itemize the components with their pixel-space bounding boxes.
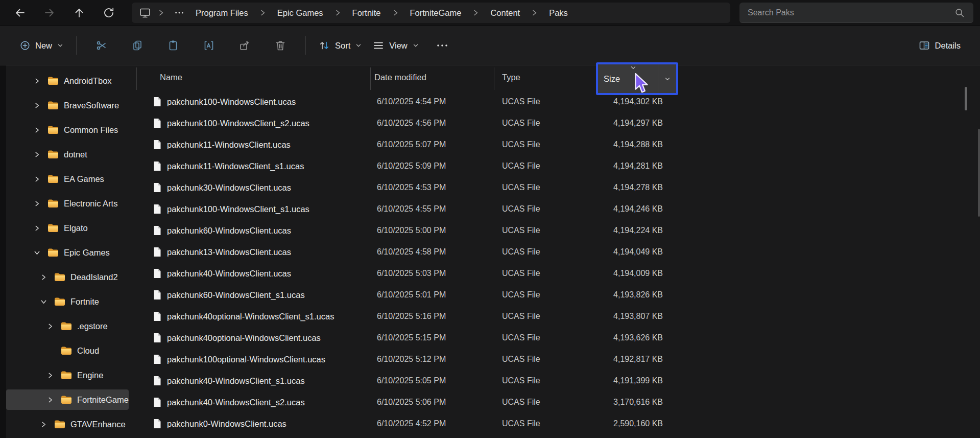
chevron-right-icon[interactable] [33,200,40,207]
column-header-type[interactable]: Type [502,73,520,82]
sidebar-item-dotnet[interactable]: dotnet [6,144,129,165]
search-input[interactable] [748,8,954,17]
details-pane-button[interactable]: Details [913,35,966,56]
sidebar-item-bravesoftware[interactable]: BraveSoftware [6,95,129,116]
size-header-filter-button[interactable] [658,64,676,93]
sidebar-item-gtavenhance[interactable]: GTAVEnhance [6,414,129,434]
sidebar-item-common-files[interactable]: Common Files [6,120,129,140]
chevron-right-icon[interactable] [46,396,54,403]
breadcrumb-item-paks[interactable]: Paks [544,6,572,20]
breadcrumb-chevron-icon[interactable] [155,9,168,16]
breadcrumb-chevron-icon[interactable] [256,9,269,16]
sidebar-item-label: Engine [77,371,103,380]
file-icon [153,311,161,321]
file-list-scrollbar[interactable] [965,87,967,110]
file-row[interactable]: pakchunk100-WindowsClient_s1.ucas 6/10/2… [130,198,980,220]
chevron-right-icon[interactable] [33,151,40,158]
file-row[interactable]: pakchunk100optional-WindowsClient.ucas 6… [130,349,980,370]
sidebar-item-ea-games[interactable]: EA Games [6,169,129,189]
column-header-name[interactable]: Name [160,73,182,82]
breadcrumb-item-fortnite[interactable]: Fortnite [348,6,386,20]
file-date-modified: 6/10/2025 5:16 PM [377,312,446,321]
chevron-down-icon[interactable] [33,249,40,256]
forward-button[interactable] [42,5,57,20]
chevron-right-icon[interactable] [33,126,40,133]
file-row[interactable]: pakchunk11-WindowsClient.ucas 6/10/2025 … [130,134,980,155]
chevron-right-icon[interactable] [46,347,54,354]
up-button[interactable] [71,5,87,20]
file-row[interactable]: pakchunk40-WindowsClient_s1.ucas 6/10/20… [130,370,980,391]
sidebar-item-fortnitegame[interactable]: FortniteGame [6,389,129,410]
sidebar-item-deadisland2[interactable]: DeadIsland2 [6,267,129,287]
file-date-modified: 6/10/2025 4:56 PM [377,119,446,128]
file-name: pakchunk40-WindowsClient_s2.ucas [167,398,305,407]
sidebar-item-electronic-arts[interactable]: Electronic Arts [6,193,129,214]
breadcrumb-item-content[interactable]: Content [486,6,524,20]
sidebar-item-egstore[interactable]: .egstore [6,316,129,336]
file-row[interactable]: pakchunk11-WindowsClient_s1.ucas 6/10/20… [130,155,980,177]
file-row[interactable]: pakchunk40optional-WindowsClient_s1.ucas… [130,306,980,327]
file-row[interactable]: pakchunk100-WindowsClient_s2.ucas 6/10/2… [130,112,980,134]
refresh-button[interactable] [101,5,116,20]
file-row[interactable]: pakchunk40-WindowsClient.ucas 6/10/2025 … [130,263,980,284]
rename-button[interactable] [197,34,221,57]
chevron-right-icon[interactable] [46,372,54,379]
breadcrumb[interactable]: Program FilesEpic GamesFortniteFortniteG… [132,3,730,23]
breadcrumb-item-fortnitegame[interactable]: FortniteGame [405,6,466,20]
sidebar-item-fortnite[interactable]: Fortnite [6,291,129,312]
file-row[interactable]: pakchunk100-WindowsClient.ucas 6/10/2025… [130,91,980,112]
sidebar-item-engine[interactable]: Engine [6,365,129,385]
breadcrumb-item-program-files[interactable]: Program Files [191,6,253,20]
file-name: pakchunk11-WindowsClient.ucas [167,140,291,150]
file-type: UCAS File [502,140,540,149]
share-button[interactable] [233,34,256,57]
chevron-right-icon[interactable] [33,175,40,182]
file-size: 4,194,288 KB [590,140,663,149]
column-header-date-modified[interactable]: Date modified [374,73,426,82]
copy-button[interactable] [126,34,149,57]
breadcrumb-chevron-icon[interactable] [331,9,344,16]
search-icon[interactable] [954,7,965,18]
sidebar-item-elgato[interactable]: Elgato [6,218,129,238]
breadcrumb-item-epic-games[interactable]: Epic Games [273,6,328,20]
sidebar-item-epic-games[interactable]: Epic Games [6,242,129,263]
sort-button[interactable]: Sort [313,35,367,56]
file-row[interactable]: pakchunk30-WindowsClient.ucas 6/10/2025 … [130,177,980,198]
chevron-right-icon[interactable] [33,102,40,109]
file-row[interactable]: pakchunk13-WindowsClient.ucas 6/10/2025 … [130,241,980,263]
search-box[interactable] [739,3,973,23]
more-options-button[interactable] [431,34,454,57]
column-header-size[interactable]: Size [596,62,678,95]
view-button[interactable]: View [367,35,424,56]
chevron-down-icon[interactable] [40,298,47,305]
breadcrumb-overflow-icon[interactable] [171,8,187,18]
breadcrumb-chevron-icon[interactable] [469,9,482,16]
size-header-main[interactable]: Size [598,64,658,93]
chevron-right-icon[interactable] [33,77,40,84]
paste-button[interactable] [161,34,185,57]
back-button[interactable] [12,5,28,20]
breadcrumb-chevron-icon[interactable] [389,9,402,16]
details-pane-label: Details [935,41,961,51]
file-row[interactable]: pakchunk0-WindowsClient.ucas 6/10/2025 4… [130,413,980,434]
chevron-right-icon[interactable] [46,322,54,330]
file-row[interactable]: pakchunk40-WindowsClient_s2.ucas 6/10/20… [130,391,980,413]
file-date-modified: 6/10/2025 5:00 PM [377,226,446,235]
breadcrumb-chevron-icon[interactable] [528,9,541,16]
file-row[interactable]: pakchunk60-WindowsClient.ucas 6/10/2025 … [130,220,980,241]
chevron-right-icon[interactable] [33,224,40,232]
chevron-right-icon[interactable] [40,421,47,428]
sidebar-item-label: FortniteGame [77,395,129,405]
file-row[interactable]: pakchunk40optional-WindowsClient.ucas 6/… [130,327,980,349]
delete-button[interactable] [269,34,292,57]
cut-button[interactable] [90,34,113,57]
sidebar-item-label: Fortnite [70,297,99,307]
new-button[interactable]: New [14,36,69,55]
chevron-right-icon[interactable] [40,273,47,281]
delete-icon [274,39,286,52]
sidebar-item-androidtbox[interactable]: AndroidTbox [6,71,129,91]
this-pc-monitor-icon[interactable] [139,7,151,19]
sidebar-item-cloud[interactable]: Cloud [6,340,129,361]
folder-icon [54,420,65,429]
file-row[interactable]: pakchunk60-WindowsClient_s1.ucas 6/10/20… [130,284,980,306]
